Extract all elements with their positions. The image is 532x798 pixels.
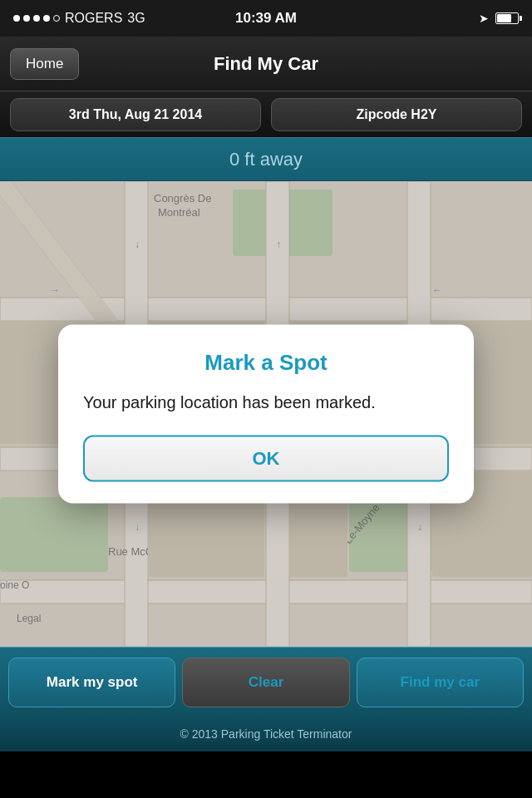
footer: © 2013 Parking Ticket Terminator <box>0 717 532 751</box>
info-bar: 3rd Thu, Aug 21 2014 Zipcode H2Y <box>0 91 532 138</box>
ok-button[interactable]: OK <box>83 436 449 482</box>
copyright-label: © 2013 Parking Ticket Terminator <box>180 727 352 741</box>
bottom-toolbar: Mark my spot Clear Find my car <box>0 647 532 717</box>
signal-dot-2 <box>23 15 30 22</box>
nav-title: Find My Car <box>214 53 318 75</box>
status-left: ROGERS 3G <box>13 11 145 26</box>
dialog-message: Your parking location has been marked. <box>83 391 449 414</box>
battery-icon <box>495 12 519 24</box>
mark-spot-button[interactable]: Mark my spot <box>8 658 175 707</box>
map-area: Rue Ander... Congrès De Montréal Rue Sai… <box>0 181 532 647</box>
find-car-button[interactable]: Find my car <box>357 658 524 707</box>
signal-dot-1 <box>13 15 20 22</box>
distance-label: 0 ft away <box>229 149 303 170</box>
clear-button[interactable]: Clear <box>182 658 349 707</box>
signal-dots <box>13 15 60 22</box>
dialog-title: Mark a Spot <box>83 350 449 376</box>
zipcode-pill: Zipcode H2Y <box>271 98 522 131</box>
home-button[interactable]: Home <box>10 48 79 80</box>
dialog: Mark a Spot Your parking location has be… <box>58 325 474 504</box>
carrier-label: ROGERS <box>65 11 122 26</box>
signal-dot-3 <box>33 15 40 22</box>
status-time: 10:39 AM <box>235 10 297 27</box>
status-bar: ROGERS 3G 10:39 AM ➤ <box>0 0 532 37</box>
location-arrow-icon: ➤ <box>479 12 489 25</box>
status-right: ➤ <box>479 12 519 25</box>
network-label: 3G <box>127 11 145 26</box>
distance-bar: 0 ft away <box>0 138 532 181</box>
nav-bar: Home Find My Car <box>0 37 532 91</box>
battery-fill <box>497 14 511 22</box>
signal-dot-4 <box>43 15 50 22</box>
date-pill: 3rd Thu, Aug 21 2014 <box>10 98 261 131</box>
signal-dot-5 <box>53 15 60 22</box>
